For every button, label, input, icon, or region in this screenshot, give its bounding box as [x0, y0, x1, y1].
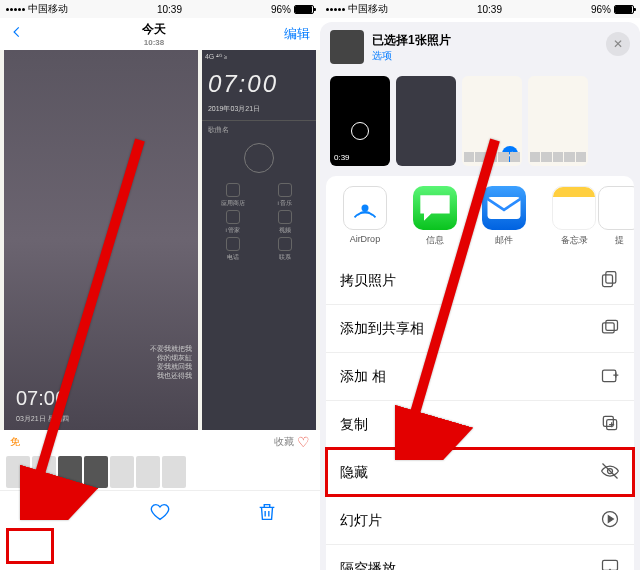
- photo-main: 4G ⁴ᴳ ᵢₗₗ 不爱我就把我 你的烟灰缸 爱我就回我 我也还得我 07:06…: [4, 50, 198, 430]
- svg-rect-6: [603, 323, 615, 333]
- favorite-button[interactable]: [149, 501, 171, 527]
- status-time: 10:39: [477, 4, 502, 15]
- carrier-label: 中国移动: [348, 2, 388, 16]
- thumbnail[interactable]: [58, 456, 82, 488]
- shared-album-icon: [600, 317, 620, 340]
- svg-rect-5: [603, 275, 613, 287]
- copy-photo-icon: [600, 269, 620, 292]
- action-hide[interactable]: 隐藏: [326, 448, 634, 496]
- close-button[interactable]: ✕: [606, 32, 630, 56]
- signal-icon: [6, 8, 25, 11]
- action-slideshow[interactable]: 幻灯片: [326, 496, 634, 544]
- messages-app[interactable]: 信息: [400, 186, 470, 247]
- svg-rect-3: [488, 197, 521, 219]
- add-album-icon: [600, 365, 620, 388]
- battery-icon: [614, 5, 634, 14]
- heart-icon: ♡: [297, 434, 310, 450]
- sheet-options[interactable]: 选项: [372, 49, 451, 63]
- svg-rect-4: [606, 272, 616, 284]
- svg-rect-8: [603, 370, 616, 382]
- status-bar: 中国移动 10:39 96%: [0, 0, 320, 18]
- duplicate-icon: [600, 413, 620, 436]
- thumbnail[interactable]: [110, 456, 134, 488]
- mail-app[interactable]: 邮件: [470, 186, 540, 247]
- lock-clock: 07:06: [10, 383, 75, 414]
- thumbnail[interactable]: [136, 456, 160, 488]
- more-app[interactable]: 提: [609, 186, 630, 247]
- preview-photo[interactable]: [528, 76, 588, 166]
- action-airplay[interactable]: 隔空播放: [326, 544, 634, 570]
- messages-icon: [413, 186, 457, 230]
- thumbnail[interactable]: [84, 456, 108, 488]
- delete-button[interactable]: [256, 501, 278, 527]
- more-icon: [598, 186, 634, 230]
- share-sheet: 已选择1张照片 选项 ✕ 0:39 ✓: [320, 22, 640, 570]
- battery-pct: 96%: [271, 4, 291, 15]
- mail-icon: [482, 186, 526, 230]
- hide-icon: [600, 461, 620, 484]
- back-button[interactable]: [10, 25, 24, 43]
- battery-pct: 96%: [591, 4, 611, 15]
- play-icon: [600, 509, 620, 532]
- sheet-title: 已选择1张照片: [372, 32, 451, 49]
- thumbnail[interactable]: [6, 456, 30, 488]
- photo-side: 4G ⁴ᴳ ᵢₗₗ 07:00 2019年03月21日 歌曲名 应用商店 i 音…: [202, 50, 316, 430]
- status-time: 10:39: [157, 4, 182, 15]
- notes-icon: [552, 186, 596, 230]
- preview-strip[interactable]: 0:39 ✓: [320, 72, 640, 176]
- action-add-album[interactable]: 添加 相: [326, 352, 634, 400]
- annotation-highlight-share: [6, 528, 54, 564]
- svg-point-2: [361, 205, 368, 212]
- nav-title: 今天 10:38: [142, 21, 166, 47]
- free-badge: 免: [10, 435, 20, 449]
- airplay-icon: [600, 557, 620, 570]
- edit-button[interactable]: 编辑: [284, 25, 310, 43]
- phone-left: 中国移动 10:39 96% 今天 10:38 编辑 4G ⁴ᴳ: [0, 0, 320, 570]
- thumbnail[interactable]: [162, 456, 186, 488]
- action-shared-album[interactable]: 添加到共享相: [326, 304, 634, 352]
- action-list: 拷贝照片 添加到共享相 添加 相 复制 隐藏: [326, 257, 634, 570]
- sheet-thumbnail: [330, 30, 364, 64]
- label-row: 免 收藏♡: [0, 430, 320, 454]
- battery-icon: [294, 5, 314, 14]
- action-copy[interactable]: 复制: [326, 400, 634, 448]
- poem-text: 不爱我就把我 你的烟灰缸 爱我就回我 我也还得我: [150, 344, 192, 380]
- sheet-header: 已选择1张照片 选项 ✕: [320, 22, 640, 72]
- preview-video[interactable]: 0:39: [330, 76, 390, 166]
- share-button[interactable]: [42, 501, 64, 527]
- photo-viewer[interactable]: 4G ⁴ᴳ ᵢₗₗ 不爱我就把我 你的烟灰缸 爱我就回我 我也还得我 07:06…: [0, 50, 320, 430]
- collect-button[interactable]: 收藏♡: [274, 434, 310, 450]
- thumbnail-strip[interactable]: [0, 454, 320, 490]
- carrier-label: 中国移动: [28, 2, 68, 16]
- action-copy-photo[interactable]: 拷贝照片: [326, 257, 634, 304]
- thumbnail[interactable]: [32, 456, 56, 488]
- phone-right: 中国移动 10:39 96% 已选择1张照片 选项 ✕: [320, 0, 640, 570]
- app-row: AirDrop 信息 邮件 备忘录 提: [326, 176, 634, 257]
- preview-photo-selected[interactable]: ✓: [462, 76, 522, 166]
- nav-bar: 今天 10:38 编辑: [0, 18, 320, 50]
- svg-rect-7: [606, 320, 618, 330]
- preview-photo[interactable]: [396, 76, 456, 166]
- record-icon: [351, 122, 369, 140]
- airdrop-icon: [343, 186, 387, 230]
- airdrop-app[interactable]: AirDrop: [330, 186, 400, 247]
- status-bar: 中国移动 10:39 96%: [320, 0, 640, 18]
- signal-icon: [326, 8, 345, 11]
